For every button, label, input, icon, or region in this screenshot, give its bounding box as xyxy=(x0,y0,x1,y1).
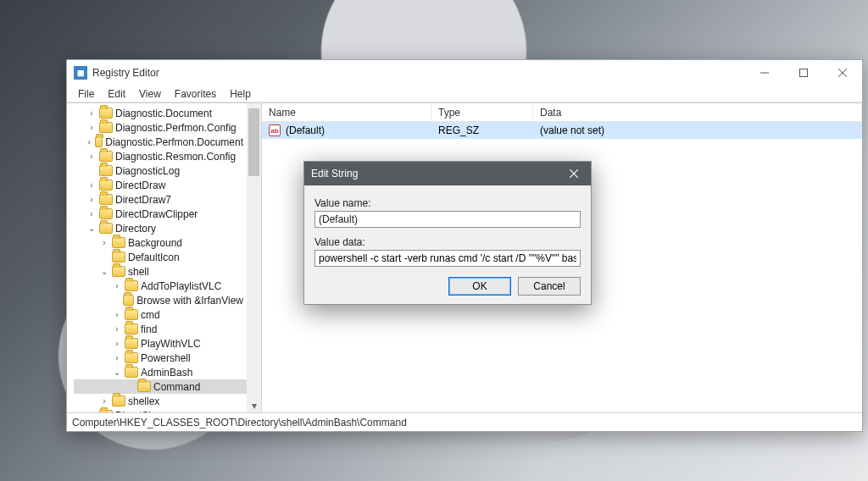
value-name: (Default) xyxy=(286,124,325,136)
tree-scrollbar[interactable]: ▴ ▾ xyxy=(247,103,261,412)
dialog-title: Edit String xyxy=(311,168,358,180)
tree-item[interactable]: ›Powershell xyxy=(74,351,247,365)
tree-item[interactable]: ›cmd xyxy=(74,307,247,322)
tree-item[interactable]: ›Diagnostic.Document xyxy=(74,106,247,120)
tree-item[interactable]: ›DirectDrawClipper xyxy=(74,207,247,221)
tree-item[interactable]: DefaultIcon xyxy=(74,250,247,264)
tree-item[interactable]: DiagnosticLog xyxy=(74,163,247,178)
tree-item[interactable]: ›DirectDraw7 xyxy=(74,192,247,207)
ok-button[interactable]: OK xyxy=(448,277,511,296)
chevron-down-icon[interactable]: ⌄ xyxy=(99,267,109,276)
tree-item-label: DirectDraw7 xyxy=(115,194,171,206)
edit-string-dialog: Edit String Value name: Value data: OK C… xyxy=(303,161,592,305)
folder-icon xyxy=(125,367,138,378)
svg-rect-0 xyxy=(800,69,808,77)
chevron-right-icon[interactable]: › xyxy=(112,281,122,290)
chevron-right-icon[interactable]: › xyxy=(86,209,97,218)
chevron-right-icon[interactable]: › xyxy=(86,152,97,161)
chevron-down-icon[interactable]: ⌄ xyxy=(112,368,122,377)
tree-item[interactable]: Browse with &IrfanView xyxy=(74,293,247,307)
column-name[interactable]: Name xyxy=(262,103,431,121)
column-type[interactable]: Type xyxy=(431,103,533,121)
tree-item-label: Directory xyxy=(115,223,156,235)
folder-icon xyxy=(99,223,113,234)
chevron-right-icon[interactable]: › xyxy=(112,339,122,348)
window-title: Registry Editor xyxy=(92,67,159,79)
close-button[interactable] xyxy=(823,60,862,86)
chevron-right-icon[interactable]: › xyxy=(99,396,109,406)
folder-icon xyxy=(95,136,103,147)
chevron-right-icon[interactable]: › xyxy=(112,324,122,334)
tree-item-label: Background xyxy=(128,237,182,249)
folder-icon xyxy=(99,180,113,191)
cancel-button[interactable]: Cancel xyxy=(518,277,581,296)
folder-icon xyxy=(125,338,138,349)
folder-icon xyxy=(137,381,151,392)
tree-item[interactable]: ›Background xyxy=(74,235,247,250)
status-bar: Computer\HKEY_CLASSES_ROOT\Directory\she… xyxy=(67,412,862,431)
value-row[interactable]: ab(Default)REG_SZ(value not set) xyxy=(262,122,862,139)
menu-file[interactable]: File xyxy=(72,86,100,102)
column-data[interactable]: Data xyxy=(533,103,862,121)
value-type: REG_SZ xyxy=(431,124,533,136)
tree-item-label: Diagnostic.Resmon.Config xyxy=(115,151,236,163)
folder-icon xyxy=(99,208,113,219)
value-name-label: Value name: xyxy=(314,197,581,209)
folder-icon xyxy=(99,194,113,205)
tree-item[interactable]: ›DirectShow xyxy=(74,408,247,412)
menu-edit[interactable]: Edit xyxy=(102,86,131,102)
tree-item[interactable]: Command xyxy=(74,379,247,394)
chevron-right-icon[interactable]: › xyxy=(86,123,97,132)
menu-view[interactable]: View xyxy=(133,86,167,102)
folder-icon xyxy=(125,352,138,363)
scrollbar-thumb[interactable] xyxy=(248,108,259,176)
folder-icon xyxy=(125,323,138,334)
tree-item[interactable]: ›shellex xyxy=(74,394,247,408)
tree-item[interactable]: ›PlayWithVLC xyxy=(74,336,247,351)
tree-item[interactable]: ⌄Directory xyxy=(74,221,247,235)
tree-item[interactable]: ›DirectDraw xyxy=(74,178,247,192)
tree-item-label: Diagnostic.Document xyxy=(115,108,212,119)
value-data-label: Value data: xyxy=(314,236,581,248)
menu-bar: File Edit View Favorites Help xyxy=(67,86,862,102)
menu-favorites[interactable]: Favorites xyxy=(169,86,222,102)
maximize-button[interactable] xyxy=(784,60,823,86)
dialog-close-button[interactable] xyxy=(557,162,591,185)
minimize-button[interactable] xyxy=(745,60,784,86)
folder-icon xyxy=(125,280,138,291)
tree-item-label: DirectShow xyxy=(115,410,167,413)
folder-icon xyxy=(112,237,125,248)
chevron-right-icon[interactable]: › xyxy=(86,137,92,147)
tree-item-label: Command xyxy=(153,381,200,393)
chevron-right-icon[interactable]: › xyxy=(99,238,109,247)
dialog-titlebar[interactable]: Edit String xyxy=(304,162,591,185)
chevron-right-icon[interactable]: › xyxy=(112,353,122,362)
chevron-down-icon[interactable]: ⌄ xyxy=(86,224,97,233)
desktop-background: ▦ Registry Editor File Edit View Favorit… xyxy=(0,0,868,481)
chevron-right-icon[interactable]: › xyxy=(86,195,97,204)
tree-item[interactable]: ›Diagnostic.Perfmon.Document xyxy=(74,135,247,149)
scroll-down-icon[interactable]: ▾ xyxy=(247,398,261,412)
chevron-right-icon[interactable]: › xyxy=(112,310,122,319)
folder-icon xyxy=(99,122,113,133)
titlebar[interactable]: ▦ Registry Editor xyxy=(67,60,862,86)
tree-item[interactable]: ⌄AdminBash xyxy=(74,365,247,379)
chevron-right-icon[interactable]: › xyxy=(86,180,97,190)
tree-item[interactable]: ›AddToPlaylistVLC xyxy=(74,279,247,293)
column-headers: Name Type Data xyxy=(262,103,862,122)
value-data-field[interactable] xyxy=(314,250,581,267)
status-path: Computer\HKEY_CLASSES_ROOT\Directory\she… xyxy=(72,417,407,428)
tree-item[interactable]: ⌄shell xyxy=(74,264,247,279)
tree-item[interactable]: ›Diagnostic.Perfmon.Config xyxy=(74,120,247,135)
menu-help[interactable]: Help xyxy=(224,86,257,102)
tree-item-label: AdminBash xyxy=(141,367,192,379)
chevron-right-icon[interactable]: › xyxy=(86,411,97,412)
tree-item[interactable]: ›find xyxy=(74,322,247,336)
tree-item-label: Diagnostic.Perfmon.Document xyxy=(105,136,243,148)
chevron-right-icon[interactable]: › xyxy=(86,108,97,118)
tree-view[interactable]: ›Diagnostic.Document›Diagnostic.Perfmon.… xyxy=(67,103,247,412)
value-name-field[interactable] xyxy=(314,211,581,228)
folder-icon xyxy=(112,252,125,263)
tree-item[interactable]: ›Diagnostic.Resmon.Config xyxy=(74,149,247,163)
tree-item-label: shellex xyxy=(128,395,159,407)
